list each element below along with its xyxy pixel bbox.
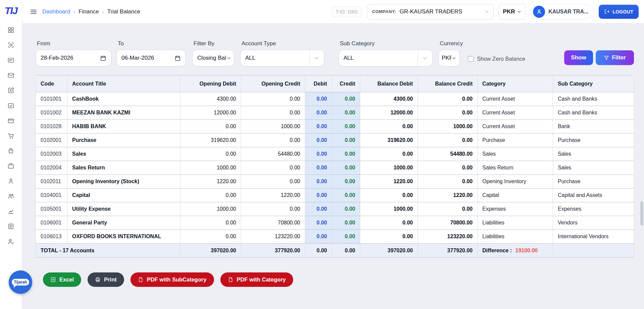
card-icon [7,57,14,64]
chevron-down-icon [485,9,489,14]
hamburger-icon [30,8,38,16]
sidebar-item-basket[interactable] [4,143,18,158]
to-label: To [116,40,186,47]
col-header-debit: Debit [305,75,332,92]
chart-icon [7,208,14,215]
cell-balance-debit: 0.00 [360,230,418,244]
currency-label: Currency [438,40,460,47]
sidebar-item-note[interactable] [4,83,18,98]
cell-account-title: Utility Expense [67,202,180,216]
show-zero-balance-toggle[interactable]: Show Zero Balance [468,56,525,62]
total-debit: 0.00 [305,244,332,258]
cell-code: 0102003 [36,147,67,161]
select-expand-area[interactable] [309,50,319,66]
cell-category: Capital [478,189,553,202]
cell-opening-credit: 0.00 [241,134,305,147]
cell-balance-credit: 0.00 [418,161,478,175]
cell-category: Liabilities [478,230,553,244]
sidebar-item-user-check[interactable] [4,234,18,249]
user-menu[interactable]: KAUSAR TRA... [531,4,594,19]
pdf-category-button[interactable]: PDF with Category [220,272,293,287]
filter-button-label: Filter [612,54,626,61]
sidebar-item-dashboard[interactable] [4,22,18,38]
cell-balance-debit: 319620.00 [360,134,418,147]
select-expand-area[interactable] [418,50,428,66]
sidebar-item-users[interactable] [4,189,18,204]
sidebar-item-card[interactable] [4,53,18,68]
scrollbar-thumb[interactable] [640,201,643,225]
cell-opening-credit: 1220.00 [241,189,305,202]
to-date-input[interactable]: 06-Mar-2026 [116,50,186,66]
excel-button[interactable]: Excel [43,272,81,287]
trial-balance-table: Code Account Title Opening Debit Opening… [36,75,634,258]
table-row: 0102003 Sales 0.00 54480.00 0.00 0.00 0.… [36,147,634,161]
print-button-label: Print [104,276,117,283]
sidebar-item-cart[interactable] [4,128,18,143]
col-header-code: Code [36,75,67,92]
chevron-down-icon [451,56,457,61]
cell-category: Sales [478,147,553,161]
col-header-balance-credit: Balance Credit [418,75,478,92]
cell-balance-debit: 0.00 [360,120,418,134]
filter-by-select[interactable]: Closing Bala [192,50,234,66]
filter-button[interactable]: Filter [596,50,634,65]
pdf-subcategory-button[interactable]: PDF with SubCategory [130,272,214,287]
cell-opening-credit: 123220.00 [241,230,305,244]
sidebar-item-mail[interactable] [4,68,18,83]
scan-icon [7,42,14,49]
cell-debit: 0.00 [305,106,332,120]
cell-opening-debit: 0.00 [180,189,241,202]
sidebar-item-compose[interactable] [4,98,18,113]
cell-balance-credit: 1220.00 [418,189,478,202]
cell-code: 0106013 [36,230,67,244]
logout-button[interactable]: LOGOUT [599,5,639,19]
company-select[interactable]: COMPANY: GR-KAUSAR TRADERS [367,4,494,19]
cell-account-title: Opening Inventory (Stock) [67,175,180,189]
cell-opening-debit: 0.00 [180,147,241,161]
cell-opening-credit: 0.00 [241,106,305,120]
print-button[interactable]: Print [88,272,124,287]
cell-balance-credit: 1000.00 [418,120,478,134]
filter-bar: From 28-Feb-2026 To 06-Mar-2026 Filter B… [36,40,634,66]
dashboard-icon [7,27,14,34]
tijarah-fab[interactable]: Tijarah [9,270,32,294]
cell-debit: 0.00 [305,216,332,230]
cell-balance-credit: 54480.00 [418,147,478,161]
sidebar-item-wallet[interactable] [4,113,18,128]
table-row: 0104001 Capital 0.00 1220.00 0.00 0.00 0… [36,189,634,202]
show-zero-balance-checkbox[interactable] [468,56,474,62]
total-opening-credit: 377920.00 [241,244,305,258]
table-body: 0101001 CashBook 4300.00 0.00 0.00 0.00 … [36,92,634,244]
sidebar-item-user[interactable] [4,173,18,189]
from-date-input[interactable]: 28-Feb-2026 [36,50,111,66]
page-content: From 28-Feb-2026 To 06-Mar-2026 Filter B… [22,23,644,309]
difference-label: Difference : [482,248,512,253]
col-header-category: Category [478,75,553,92]
logout-label: LOGOUT [612,9,633,14]
table-row: 0105001 Utility Expense 1000.00 0.00 0.0… [36,202,634,216]
sidebar-item-briefcase[interactable] [4,158,18,173]
sub-category-select[interactable]: ALL [338,50,433,66]
cell-credit: 0.00 [332,161,360,175]
sidebar-item-chart[interactable] [4,204,18,219]
breadcrumb-dashboard[interactable]: Dashboard [42,8,70,15]
cell-debit: 0.00 [305,134,332,147]
account-type-select[interactable]: ALL [240,50,324,66]
cell-balance-debit: 0.00 [360,147,418,161]
cell-opening-debit: 1000.00 [180,202,241,216]
sidebar-item-report[interactable] [4,219,18,234]
cell-sub-category: Bank [553,120,634,134]
sidebar-item-scan[interactable] [4,38,18,53]
cell-balance-credit: 123220.00 [418,230,478,244]
cell-debit: 0.00 [305,92,332,106]
header-currency-select[interactable]: PKR [498,4,526,19]
menu-toggle-button[interactable] [30,8,38,16]
cell-category: Liabilities [478,216,553,230]
total-empty-cell [553,244,634,258]
trial-balance-table-wrap: Code Account Title Opening Debit Opening… [36,75,634,258]
cell-opening-credit: 54480.00 [241,147,305,161]
show-button[interactable]: Show [564,50,593,65]
total-label: TOTAL - 17 Accounts [36,244,180,258]
cell-account-title: Purchase [67,134,180,147]
currency-select[interactable]: PKR [438,50,460,66]
